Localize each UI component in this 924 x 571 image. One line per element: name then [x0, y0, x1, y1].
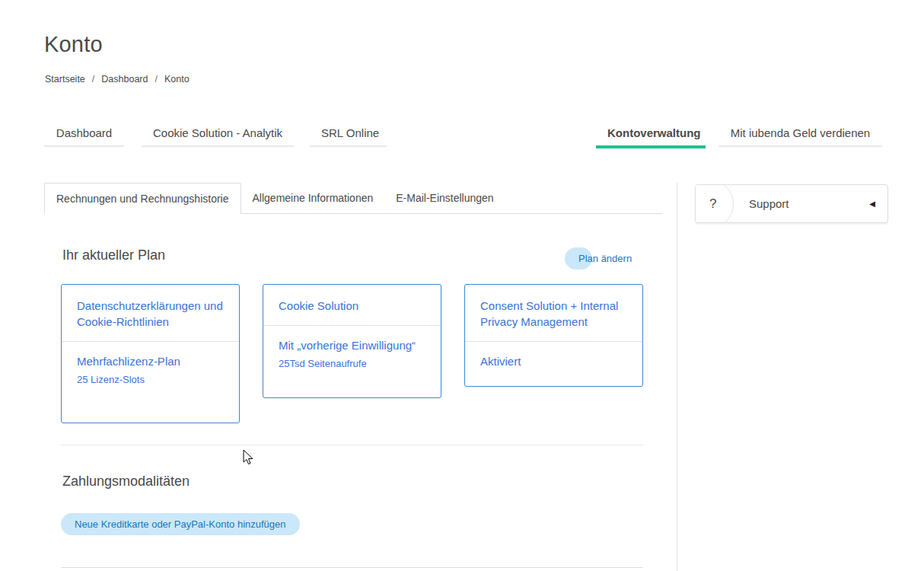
plan-card-line1: Mit „vorherige Einwilligung“: [279, 338, 425, 353]
change-plan-button[interactable]: Plan ändern: [565, 247, 592, 270]
tab-kontoverwaltung[interactable]: Kontoverwaltung: [596, 124, 706, 148]
collapse-arrow-icon: ◀: [869, 199, 875, 208]
bottom-divider: [61, 567, 643, 568]
breadcrumb-item-dashboard[interactable]: Dashboard: [101, 74, 148, 85]
plan-card-title: Datenschutzerklärungen und Cookie-Richtl…: [62, 285, 239, 342]
subtab-allgemeine-informationen[interactable]: Allgemeine Informationen: [241, 183, 385, 213]
plan-card-title: Consent Solution + Internal Privacy Mana…: [465, 285, 642, 342]
question-mark-icon: ?: [709, 185, 716, 222]
breadcrumb-separator: /: [92, 74, 94, 85]
plan-card-line2: 25Tsd Seitenaufrufe: [279, 356, 425, 372]
tab-dashboard[interactable]: Dashboard: [44, 124, 124, 147]
subtab-email-einstellungen[interactable]: E-Mail-Einstellungen: [384, 183, 505, 213]
plan-card-body: Mit „vorherige Einwilligung“ 25Tsd Seite…: [263, 326, 441, 397]
support-label: Support: [749, 197, 789, 210]
tab-geld-verdienen[interactable]: Mit iubenda Geld verdienen: [718, 124, 882, 147]
breadcrumb-item-konto: Konto: [164, 74, 190, 85]
plan-card-consent-solution[interactable]: Consent Solution + Internal Privacy Mana…: [464, 284, 643, 387]
current-plan-heading: Ihr aktueller Plan: [62, 247, 165, 263]
tab-cookie-solution-analytik[interactable]: Cookie Solution - Analytik: [142, 124, 294, 147]
payment-heading: Zahlungsmodalitäten: [62, 474, 190, 490]
plan-card-line2: 25 Lizenz-Slots: [77, 372, 224, 388]
plan-card-body: Aktiviert: [465, 342, 642, 386]
plan-card-body: Mehrfachlizenz-Plan 25 Lizenz-Slots: [62, 342, 239, 423]
mouse-cursor: [243, 449, 255, 466]
support-widget[interactable]: ? Support ◀: [695, 184, 888, 223]
plan-card-line1: Aktiviert: [480, 354, 627, 369]
tab-srl-online[interactable]: SRL Online: [310, 124, 387, 147]
main-tab-bar: Dashboard Cookie Solution - Analytik SRL…: [0, 124, 924, 148]
plan-card-cookie-solution[interactable]: Cookie Solution Mit „vorherige Einwillig…: [263, 284, 441, 398]
plan-card-privacy-policy[interactable]: Datenschutzerklärungen und Cookie-Richtl…: [61, 284, 240, 423]
sub-tab-bar: Rechnungen und Rechnungshistorie Allgeme…: [44, 183, 662, 214]
page-title: Konto: [44, 32, 103, 57]
add-payment-method-button[interactable]: Neue Kreditkarte oder PayPal-Konto hinzu…: [61, 513, 300, 535]
content-sidebar-divider: [677, 183, 677, 571]
plan-cards: Datenschutzerklärungen und Cookie-Richtl…: [61, 284, 643, 423]
plan-card-title: Cookie Solution: [263, 285, 441, 326]
subtab-rechnungen[interactable]: Rechnungen und Rechnungshistorie: [44, 183, 241, 214]
account-page: Konto Startseite / Dashboard / Konto Das…: [0, 0, 924, 571]
breadcrumb: Startseite / Dashboard / Konto: [45, 74, 190, 85]
section-divider: [61, 445, 643, 445]
breadcrumb-separator: /: [155, 74, 157, 85]
breadcrumb-item-startseite[interactable]: Startseite: [45, 74, 85, 85]
plan-card-line1: Mehrfachlizenz-Plan: [77, 354, 224, 369]
